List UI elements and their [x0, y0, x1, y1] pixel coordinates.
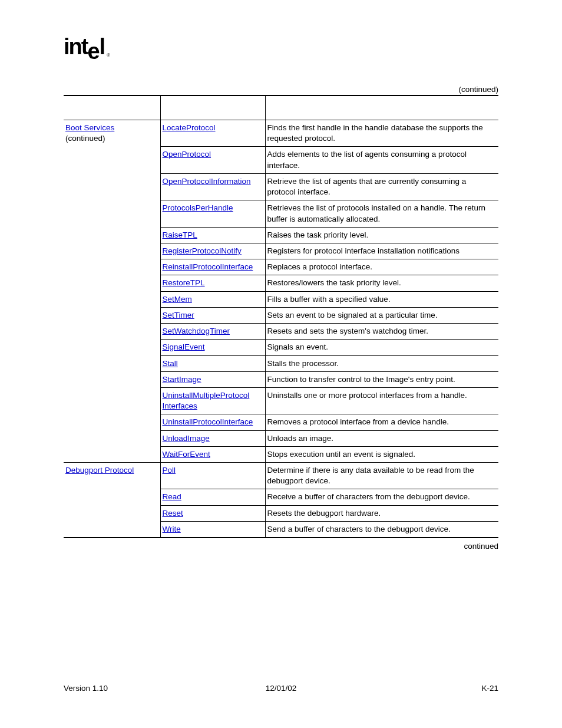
function-desc-cell: Replaces a protocol interface. [265, 259, 498, 275]
function-desc-cell: Adds elements to the list of agents cons… [265, 147, 498, 173]
table-header-cell [64, 95, 160, 120]
function-name-cell: SetWatchdogTimer [160, 324, 265, 340]
write-link[interactable]: Write [163, 525, 181, 533]
function-name-cell: SetTimer [160, 307, 265, 323]
functions-table: Boot Services (continued) LocateProtocol… [64, 95, 498, 538]
register-protocol-notify-link[interactable]: RegisterProtocolNotify [163, 246, 242, 255]
read-link[interactable]: Read [163, 492, 181, 501]
function-name-cell: WaitForEvent [160, 446, 265, 462]
function-name-cell: Stall [160, 355, 265, 371]
function-desc-cell: Restores/lowers the task priority level. [265, 275, 498, 291]
restore-tpl-link[interactable]: RestoreTPL [163, 278, 205, 287]
function-desc-cell: Resets the debugport hardware. [265, 505, 498, 521]
poll-link[interactable]: Poll [163, 466, 176, 475]
table-caption-continued: (continued) [64, 85, 498, 94]
protocols-per-handle-link[interactable]: ProtocolsPerHandle [163, 203, 233, 212]
reinstall-protocol-interface-link[interactable]: ReinstallProtocolInterface [163, 262, 253, 271]
function-name-cell: RaiseTPL [160, 227, 265, 243]
function-desc-cell: Raises the task priority level. [265, 227, 498, 243]
function-name-cell: Reset [160, 505, 265, 521]
category-cell-debugport: Debugport Protocol [64, 463, 160, 538]
function-name-cell: UninstallMultipleProtocolInterfaces [160, 387, 265, 414]
raise-tpl-link[interactable]: RaiseTPL [163, 230, 197, 239]
open-protocol-information-link[interactable]: OpenProtocolInformation [163, 177, 251, 186]
function-desc-cell: Retrieves the list of protocols installe… [265, 200, 498, 227]
function-name-cell: Poll [160, 463, 265, 489]
intel-logo: intel® [64, 35, 105, 58]
function-name-cell: StartImage [160, 371, 265, 387]
table-header-cell [160, 95, 265, 120]
function-name-cell: LocateProtocol [160, 120, 265, 147]
set-watchdog-timer-link[interactable]: SetWatchdogTimer [163, 327, 230, 335]
open-protocol-link[interactable]: OpenProtocol [163, 150, 211, 159]
uninstall-protocol-interface-link[interactable]: UninstallProtocolInterface [163, 417, 253, 426]
function-name-cell: RegisterProtocolNotify [160, 243, 265, 259]
function-name-cell: ProtocolsPerHandle [160, 200, 265, 227]
link-line2: Interfaces [163, 401, 197, 410]
start-image-link[interactable]: StartImage [163, 375, 201, 384]
function-name-cell: SignalEvent [160, 340, 265, 355]
link-line1: UninstallMultipleProtocol [163, 391, 250, 400]
function-name-cell: RestoreTPL [160, 275, 265, 291]
function-name-cell: OpenProtocol [160, 147, 265, 173]
function-desc-cell: Registers for protocol interface install… [265, 243, 498, 259]
function-desc-cell: Receive a buffer of characters from the … [265, 489, 498, 505]
continued-label: continued [64, 542, 498, 551]
function-name-cell: ReinstallProtocolInterface [160, 259, 265, 275]
footer-date: 12/01/02 [64, 684, 498, 693]
locate-protocol-link[interactable]: LocateProtocol [163, 123, 216, 132]
function-desc-cell: Stops execution until an event is signal… [265, 446, 498, 462]
function-name-cell: Write [160, 521, 265, 538]
function-desc-cell: Determine if there is any data available… [265, 463, 498, 489]
function-name-cell: UnloadImage [160, 430, 265, 446]
function-desc-cell: Signals an event. [265, 340, 498, 355]
debugport-protocol-link[interactable]: Debugport Protocol [65, 466, 134, 475]
function-name-cell: UninstallProtocolInterface [160, 414, 265, 430]
function-desc-cell: Finds the first handle in the handle dat… [265, 120, 498, 147]
function-desc-cell: Removes a protocol interface from a devi… [265, 414, 498, 430]
function-desc-cell: Send a buffer of characters to the debug… [265, 521, 498, 538]
category-cell-boot-services: Boot Services (continued) [64, 120, 160, 463]
function-name-cell: SetMem [160, 291, 265, 307]
boot-services-link[interactable]: Boot Services [65, 123, 114, 132]
wait-for-event-link[interactable]: WaitForEvent [163, 450, 210, 459]
set-timer-link[interactable]: SetTimer [163, 311, 194, 319]
stall-link[interactable]: Stall [163, 359, 178, 368]
signal-event-link[interactable]: SignalEvent [163, 342, 205, 351]
reset-link[interactable]: Reset [163, 509, 183, 518]
uninstall-multiple-protocol-interfaces-link[interactable]: UninstallMultipleProtocolInterfaces [163, 391, 250, 410]
page-footer: Version 1.10 12/01/02 K-21 [64, 684, 498, 693]
function-name-cell: Read [160, 489, 265, 505]
function-desc-cell: Function to transfer control to the Imag… [265, 371, 498, 387]
unload-image-link[interactable]: UnloadImage [163, 434, 210, 443]
set-mem-link[interactable]: SetMem [163, 295, 192, 304]
function-desc-cell: Retrieve the list of agents that are cur… [265, 173, 498, 200]
function-name-cell: OpenProtocolInformation [160, 173, 265, 200]
function-desc-cell: Fills a buffer with a specified value. [265, 291, 498, 307]
function-desc-cell: Resets and sets the system's watchdog ti… [265, 324, 498, 340]
function-desc-cell: Sets an event to be signaled at a partic… [265, 307, 498, 323]
boot-services-subtitle: (continued) [65, 134, 105, 143]
function-desc-cell: Uninstalls one or more protocol interfac… [265, 387, 498, 414]
function-desc-cell: Unloads an image. [265, 430, 498, 446]
table-header-cell [265, 95, 498, 120]
function-desc-cell: Stalls the processor. [265, 355, 498, 371]
